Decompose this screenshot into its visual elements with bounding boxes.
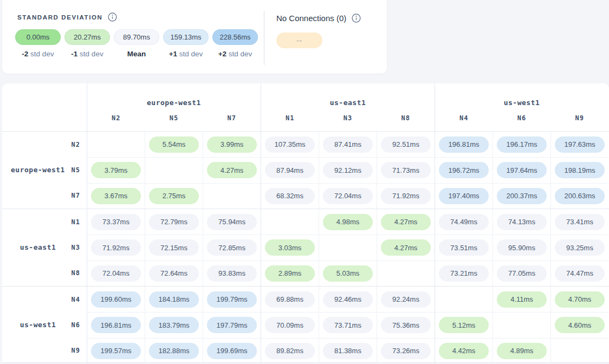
latency-pill[interactable]: 3.99ms: [207, 136, 257, 153]
row-group-europe-west1: europe-west1N25.54ms3.99ms107.35ms87.41m…: [2, 132, 609, 209]
legend-pill-mean: 89.70ms: [114, 29, 159, 45]
table-row: N4199.60ms184.18ms199.79ms69.88ms92.46ms…: [2, 287, 609, 312]
latency-pill[interactable]: 4.27ms: [381, 239, 431, 256]
latency-pill[interactable]: 198.19ms: [555, 162, 605, 178]
latency-pill[interactable]: 68.32ms: [265, 188, 315, 204]
latency-pill[interactable]: 93.25ms: [555, 239, 605, 256]
latency-pill[interactable]: 92.12ms: [323, 162, 373, 178]
column-group-us-west1: us-west1N4N6N9: [435, 83, 608, 131]
latency-pill[interactable]: 72.85ms: [207, 239, 257, 256]
latency-pill[interactable]: 4.11ms: [497, 291, 547, 308]
latency-pill[interactable]: 4.89ms: [497, 343, 547, 359]
column-group-title: us-east1: [261, 99, 435, 107]
latency-pill[interactable]: 71.92ms: [91, 239, 141, 256]
latency-pill[interactable]: 196.81ms: [439, 136, 489, 153]
latency-pill[interactable]: 197.63ms: [555, 136, 605, 153]
latency-pill[interactable]: 72.15ms: [149, 239, 199, 256]
empty-cell: [493, 312, 550, 337]
latency-pill[interactable]: 5.54ms: [149, 136, 199, 153]
latency-pill[interactable]: 3.03ms: [265, 239, 315, 256]
latency-cell: 77.05ms: [493, 261, 550, 286]
latency-pill[interactable]: 196.17ms: [497, 136, 547, 153]
latency-pill[interactable]: 73.51ms: [439, 239, 489, 256]
column-node-row: N1N3N8: [261, 114, 435, 122]
latency-pill[interactable]: 3.67ms: [91, 188, 141, 204]
latency-pill[interactable]: 73.37ms: [91, 214, 141, 230]
latency-pill[interactable]: 107.35ms: [265, 136, 315, 153]
latency-pill[interactable]: 69.88ms: [265, 291, 315, 308]
latency-pill[interactable]: 4.27ms: [381, 214, 431, 230]
latency-pill[interactable]: 182.88ms: [149, 343, 199, 359]
latency-pill[interactable]: 183.79ms: [149, 317, 199, 333]
latency-pill[interactable]: 75.36ms: [381, 317, 431, 333]
latency-pill[interactable]: 4.60ms: [555, 317, 605, 333]
latency-pill[interactable]: 199.69ms: [207, 343, 257, 359]
latency-pill[interactable]: 199.60ms: [91, 291, 141, 308]
latency-cell: 199.57ms: [87, 338, 145, 363]
latency-pill[interactable]: 73.41ms: [555, 214, 605, 230]
latency-cell: 196.72ms: [435, 157, 493, 183]
latency-pill[interactable]: 75.94ms: [207, 214, 257, 230]
latency-pill[interactable]: 89.82ms: [265, 343, 315, 359]
latency-cell: 196.17ms: [493, 132, 550, 157]
latency-pill[interactable]: 73.71ms: [323, 317, 373, 333]
latency-cell: 182.88ms: [145, 338, 203, 363]
latency-pill[interactable]: 74.47ms: [555, 265, 605, 282]
latency-pill[interactable]: 5.03ms: [323, 265, 373, 282]
latency-cell: 200.63ms: [550, 183, 608, 209]
latency-pill[interactable]: 2.89ms: [265, 265, 315, 282]
latency-pill[interactable]: 72.64ms: [149, 265, 199, 282]
latency-pill[interactable]: 4.98ms: [323, 214, 373, 230]
latency-pill[interactable]: 74.49ms: [439, 214, 489, 230]
latency-pill[interactable]: 197.79ms: [207, 317, 257, 333]
latency-pill[interactable]: 184.18ms: [149, 291, 199, 308]
latency-pill[interactable]: 196.81ms: [91, 317, 141, 333]
latency-pill[interactable]: 197.64ms: [497, 162, 547, 178]
row-group-label: europe-west1: [2, 132, 74, 209]
latency-pill[interactable]: 73.21ms: [439, 265, 489, 282]
latency-cell: 73.71ms: [319, 312, 377, 337]
empty-cell: [550, 338, 608, 363]
info-icon[interactable]: [352, 14, 361, 23]
latency-pill[interactable]: 4.70ms: [555, 291, 605, 308]
latency-cell: 92.12ms: [319, 157, 377, 183]
empty-cell: [87, 132, 145, 157]
latency-pill[interactable]: 199.57ms: [91, 343, 141, 359]
latency-cell: 197.40ms: [435, 183, 493, 209]
latency-pill[interactable]: 87.94ms: [265, 162, 315, 178]
latency-pill[interactable]: 71.92ms: [381, 188, 431, 204]
latency-pill[interactable]: 4.42ms: [439, 343, 489, 359]
latency-pill[interactable]: 92.24ms: [381, 291, 431, 308]
latency-pill[interactable]: 197.40ms: [439, 188, 489, 204]
latency-cell: 72.64ms: [145, 261, 203, 286]
latency-pill[interactable]: 93.83ms: [207, 265, 257, 282]
latency-pill[interactable]: 200.37ms: [497, 188, 547, 204]
table-row: N6196.81ms183.79ms197.79ms70.09ms73.71ms…: [2, 312, 609, 337]
latency-pill[interactable]: 72.79ms: [149, 214, 199, 230]
latency-pill[interactable]: 2.75ms: [149, 188, 199, 204]
latency-pill[interactable]: 92.51ms: [381, 136, 431, 153]
latency-pill[interactable]: 92.46ms: [323, 291, 373, 308]
latency-pill[interactable]: 199.79ms: [207, 291, 257, 308]
latency-cell: 73.37ms: [87, 209, 145, 235]
latency-pill[interactable]: 5.12ms: [439, 317, 489, 333]
table-row: N53.79ms4.27ms87.94ms92.12ms71.73ms196.7…: [2, 157, 609, 183]
latency-pill[interactable]: 95.90ms: [497, 239, 547, 256]
latency-pill[interactable]: 70.09ms: [265, 317, 315, 333]
latency-pill[interactable]: 196.72ms: [439, 162, 489, 178]
latency-cell: 4.27ms: [377, 209, 435, 235]
info-icon[interactable]: [108, 12, 117, 22]
latency-cell: 3.79ms: [87, 157, 145, 183]
latency-pill[interactable]: 4.27ms: [207, 162, 257, 178]
latency-pill[interactable]: 72.04ms: [323, 188, 373, 204]
latency-pill[interactable]: 81.38ms: [323, 343, 373, 359]
latency-pill[interactable]: 71.73ms: [381, 162, 431, 178]
latency-pill[interactable]: 200.63ms: [555, 188, 605, 204]
latency-pill[interactable]: 77.05ms: [497, 265, 547, 282]
latency-pill[interactable]: 74.13ms: [497, 214, 547, 230]
latency-pill[interactable]: 87.41ms: [323, 136, 373, 153]
latency-pill[interactable]: 72.04ms: [91, 265, 141, 282]
no-connections-title: No Connections (0): [276, 14, 346, 23]
latency-pill[interactable]: 3.79ms: [91, 162, 141, 178]
latency-pill[interactable]: 73.26ms: [381, 343, 431, 359]
